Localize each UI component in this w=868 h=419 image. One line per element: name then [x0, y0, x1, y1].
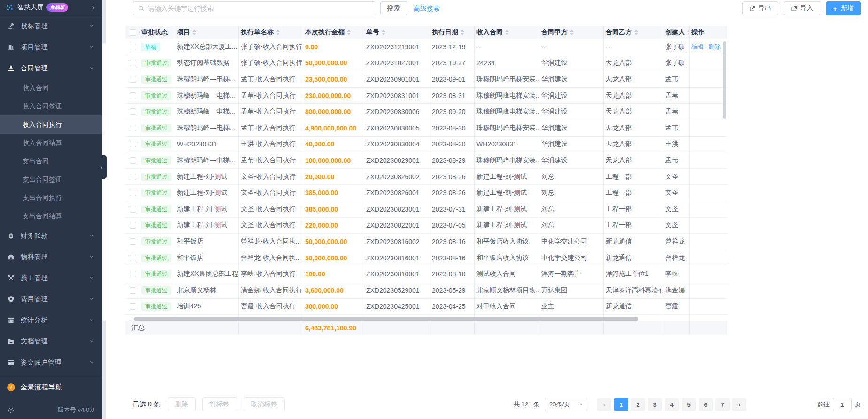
sidebar-subitem-5[interactable]: 支出合同签证	[0, 170, 102, 189]
search-input[interactable]	[148, 5, 371, 12]
exec-cell: 李峡-收入合同执行	[239, 266, 303, 282]
row-checkbox[interactable]	[130, 287, 136, 294]
col-income-contract[interactable]: 收入合同	[475, 26, 539, 39]
sidebar-item-2[interactable]: 合同管理	[0, 58, 102, 79]
col-creator[interactable]: 创建人	[663, 26, 690, 39]
page-button-3[interactable]: 3	[648, 398, 662, 411]
row-checkbox[interactable]	[130, 125, 136, 131]
sort-caret-icon[interactable]	[347, 30, 351, 35]
sidebar-item-3[interactable]: 财务账款	[0, 225, 102, 246]
project-cell: 新建工程-刘-测试	[175, 218, 239, 234]
row-checkbox[interactable]	[130, 303, 136, 310]
prev-page-button[interactable]: ‹	[597, 398, 611, 411]
import-button[interactable]: 导入	[784, 1, 820, 15]
sidebar-item-0[interactable]: 投标管理	[0, 15, 102, 37]
creator-cell: 张子硕	[663, 55, 690, 71]
col-exec-date[interactable]: 执行日期	[430, 26, 475, 39]
page-button-5[interactable]: 5	[682, 398, 696, 411]
row-checkbox[interactable]	[130, 206, 136, 213]
sidebar-subitem-4[interactable]: 支出合同	[0, 152, 102, 170]
no-cell: ZXD20230425001	[364, 299, 430, 315]
sidebar-subitem-0[interactable]: 收入合同	[0, 79, 102, 97]
warehouse-icon	[8, 253, 15, 260]
sort-caret-icon[interactable]	[192, 30, 196, 35]
page-button-2[interactable]: 2	[631, 398, 645, 411]
contract-cell: 新建工程-刘-测试	[475, 201, 539, 217]
col-order-no[interactable]: 单号	[364, 26, 430, 39]
sidebar-item-panorama-nav[interactable]: 全景流程导航	[0, 377, 102, 397]
checkbox-cell	[125, 218, 139, 234]
date-cell: 2023-07-31	[430, 201, 475, 217]
sort-caret-icon[interactable]	[505, 30, 509, 35]
exec-cell: 曾祥龙-收入合同执...	[239, 234, 303, 250]
page-button-6[interactable]: 6	[699, 398, 713, 411]
col-party-b[interactable]: 合同乙方	[604, 26, 663, 39]
row-checkbox[interactable]	[130, 76, 136, 83]
gear-icon[interactable]	[8, 407, 15, 414]
sidebar-logo-row[interactable]: 智慧大屏 旗舰版	[0, 0, 102, 15]
add-button[interactable]: + 新增	[826, 1, 861, 15]
col-exec-name[interactable]: 执行单名称	[239, 26, 303, 39]
sidebar-collapse-handle[interactable]: ‹	[97, 155, 107, 179]
row-checkbox[interactable]	[130, 190, 136, 196]
table-row: 审批通过新建XX集团总部工程李峡-收入合同执行100.00ZXD20230810…	[125, 266, 727, 282]
sort-caret-icon[interactable]	[461, 30, 464, 35]
edit-link[interactable]: 编辑	[691, 43, 704, 51]
pagination-area: 共 121 条 20条/页 ‹1234567› 前往 页	[514, 398, 861, 411]
actions-cell	[690, 250, 727, 266]
delete-link[interactable]: 删除	[708, 43, 721, 51]
project-cell: 珠穆朗玛峰—电梯...	[175, 152, 239, 168]
row-checkbox[interactable]	[130, 108, 136, 115]
goto-page-input[interactable]	[833, 398, 852, 411]
page-button-1[interactable]: 1	[614, 398, 628, 411]
sidebar-item-6[interactable]: 费用管理	[0, 289, 102, 310]
row-checkbox[interactable]	[130, 174, 136, 180]
sidebar-subitem-3[interactable]: 收入合同结算	[0, 134, 102, 152]
amount-cell: 385,000.00	[303, 185, 364, 201]
sidebar-scrollbar-thumb[interactable]	[102, 43, 106, 321]
sidebar-item-7[interactable]: 统计分析	[0, 310, 102, 331]
chevron-down-icon	[89, 66, 94, 71]
sidebar-item-8[interactable]: 文档管理	[0, 331, 102, 352]
page-size-select[interactable]: 20条/页	[545, 398, 587, 411]
row-checkbox[interactable]	[130, 271, 136, 277]
row-checkbox[interactable]	[130, 238, 136, 245]
sidebar-subitem-7[interactable]: 支出合同结算	[0, 207, 102, 225]
next-page-button[interactable]: ›	[732, 398, 746, 411]
sidebar-item-9[interactable]: 资金账户管理	[0, 352, 102, 373]
sidebar-subitem-2[interactable]: 收入合同执行	[0, 115, 102, 134]
row-checkbox[interactable]	[130, 255, 136, 261]
row-checkbox[interactable]	[130, 157, 136, 164]
row-checkbox[interactable]	[130, 141, 136, 147]
sort-caret-icon[interactable]	[634, 30, 638, 35]
sidebar-item-4[interactable]: 物料管理	[0, 246, 102, 267]
sort-caret-icon[interactable]	[570, 30, 574, 35]
sidebar-menu: 投标管理项目管理合同管理收入合同收入合同签证收入合同执行收入合同结算支出合同支出…	[0, 15, 102, 373]
row-checkbox[interactable]	[130, 222, 136, 229]
sidebar-subitem-1[interactable]: 收入合同签证	[0, 97, 102, 115]
delete-button[interactable]: 删除	[168, 397, 196, 411]
row-checkbox[interactable]	[130, 60, 136, 66]
edition-badge: 旗舰版	[46, 3, 68, 12]
export-button[interactable]: 导出	[742, 1, 778, 15]
col-amount[interactable]: 本次执行金额	[303, 26, 364, 39]
page-button-7[interactable]: 7	[715, 398, 730, 411]
advanced-search-link[interactable]: 高级搜索	[414, 5, 440, 13]
search-button[interactable]: 搜索	[380, 1, 407, 15]
page-button-4[interactable]: 4	[665, 398, 679, 411]
sidebar-item-5[interactable]: 施工管理	[0, 267, 102, 289]
vertical-scrollbar-thumb[interactable]	[723, 41, 726, 119]
select-all-checkbox[interactable]	[130, 29, 136, 36]
sidebar-subitem-6[interactable]: 支出合同执行	[0, 189, 102, 207]
untag-button[interactable]: 取消标签	[244, 397, 285, 411]
row-checkbox[interactable]	[130, 92, 136, 99]
tag-button[interactable]: 打标签	[202, 397, 237, 411]
sidebar-item-1[interactable]: 项目管理	[0, 37, 102, 58]
party-a-cell: 中化学交建公司	[539, 250, 604, 266]
col-party-a[interactable]: 合同甲方	[539, 26, 604, 39]
row-checkbox[interactable]	[130, 44, 136, 50]
sort-caret-icon[interactable]	[382, 30, 385, 35]
col-project[interactable]: 项目	[175, 26, 239, 39]
sort-caret-icon[interactable]	[276, 30, 280, 35]
horizontal-scrollbar-thumb[interactable]	[134, 317, 638, 321]
